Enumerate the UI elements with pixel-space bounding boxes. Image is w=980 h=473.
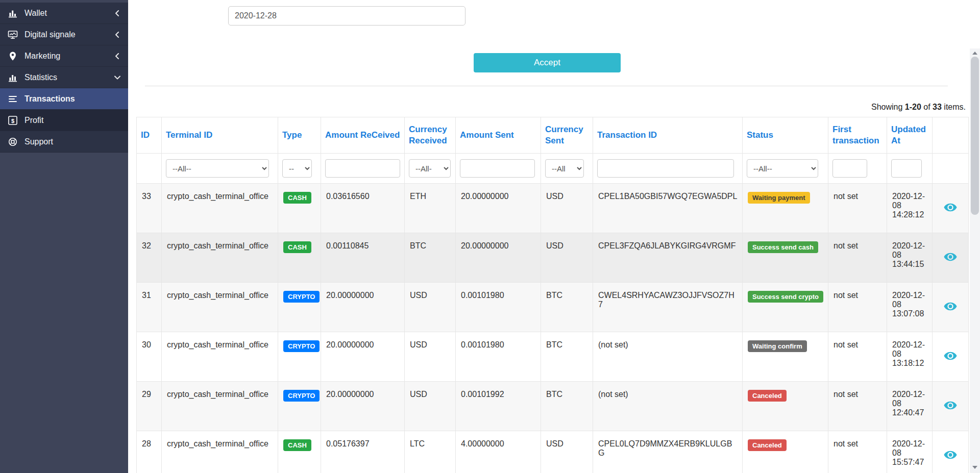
amount-sent-filter[interactable]	[460, 159, 535, 178]
scrollbar-thumb[interactable]	[971, 57, 979, 215]
cell-first-transaction: not set	[828, 431, 887, 473]
chevron-left-icon	[114, 10, 121, 17]
cell-first-transaction: not set	[828, 184, 887, 233]
cell-terminal-id: crypto_cash_terminal_office	[162, 283, 278, 332]
cell-amount-received: 20.00000000	[321, 382, 405, 431]
cell-updated-at: 2020-12-08 13:18:12	[887, 332, 933, 382]
app-root: WalletDigital signaleMarketingStatistics…	[0, 0, 980, 473]
cell-status: Success send crypto	[743, 283, 828, 332]
cell-currency-received: ETH	[405, 184, 456, 233]
date-input[interactable]	[228, 6, 465, 26]
column-sort-link[interactable]: Status	[747, 130, 773, 140]
cell-actions	[933, 431, 969, 473]
cell-type: CRYPTO	[278, 283, 321, 332]
column-sort-link[interactable]: ID	[141, 130, 150, 140]
cell-terminal-id: crypto_cash_terminal_office	[162, 382, 278, 431]
cell-terminal-id: crypto_cash_terminal_office	[162, 431, 278, 473]
column-sort-link[interactable]: Currency Sent	[545, 125, 583, 145]
updated-at-filter[interactable]	[891, 159, 922, 178]
marker-icon	[7, 51, 18, 62]
column-header-type: Type	[278, 117, 321, 154]
cell-transaction-id: CPEL1BA50GBI57WGQ7EGWA5DPL	[593, 184, 743, 233]
transaction-row-33: 33crypto_cash_terminal_officeCASH0.03616…	[137, 184, 969, 233]
scrollbar-down-icon[interactable]	[970, 463, 980, 472]
type-badge: CASH	[283, 241, 311, 253]
terminal-id-filter[interactable]: --All--	[166, 159, 269, 178]
sidebar-item-label: Statistics	[24, 73, 114, 82]
cell-currency-received: USD	[405, 332, 456, 382]
currency-sent-filter[interactable]: --All	[545, 159, 584, 178]
cell-actions	[933, 233, 969, 283]
sidebar-item-transactions[interactable]: Transactions	[0, 88, 128, 110]
view-transaction-eye-icon[interactable]	[944, 401, 957, 410]
accept-button[interactable]: Accept	[474, 53, 621, 72]
cell-id: 28	[137, 431, 162, 473]
cell-currency-sent: BTC	[541, 283, 593, 332]
column-header-updated-at: Updated At	[887, 117, 933, 154]
cell-first-transaction: not set	[828, 332, 887, 382]
cell-currency-received: USD	[405, 283, 456, 332]
cell-transaction-id: CWEL4SRHYACAWZ3OJJFVSOZ7H7	[593, 283, 743, 332]
transaction-row-29: 29crypto_cash_terminal_officeCRYPTO20.00…	[137, 382, 969, 431]
sidebar-item-profit[interactable]: $Profit	[0, 110, 128, 131]
column-sort-link[interactable]: Updated At	[891, 125, 926, 145]
status-filter[interactable]: --All--	[747, 159, 818, 178]
cell-status: Success send cash	[743, 233, 828, 283]
cell-currency-sent: USD	[541, 184, 593, 233]
vertical-scrollbar[interactable]	[970, 48, 980, 473]
view-transaction-eye-icon[interactable]	[944, 352, 957, 360]
cell-terminal-id: crypto_cash_terminal_office	[162, 332, 278, 382]
summary-range: 1-20	[905, 103, 921, 111]
cell-status: Canceled	[743, 431, 828, 473]
cell-terminal-id: crypto_cash_terminal_office	[162, 233, 278, 283]
cell-updated-at: 2020-12-08 13:44:15	[887, 233, 933, 283]
view-transaction-eye-icon[interactable]	[944, 203, 957, 212]
column-sort-link[interactable]: Type	[282, 130, 302, 140]
column-sort-link[interactable]: Amount ReCeived	[325, 130, 400, 140]
cell-amount-sent: 20.00000000	[456, 233, 541, 283]
view-transaction-eye-icon[interactable]	[944, 253, 957, 261]
svg-text:$: $	[11, 117, 14, 123]
column-sort-link[interactable]: First transaction	[832, 125, 879, 145]
sidebar-item-support[interactable]: Support	[0, 131, 128, 153]
cell-transaction-id: (not set)	[593, 332, 743, 382]
cell-type: CRYPTO	[278, 382, 321, 431]
column-sort-link[interactable]: Currency Received	[409, 125, 447, 145]
column-header-currency-sent: Currency Sent	[541, 117, 593, 154]
cell-currency-received: USD	[405, 382, 456, 431]
cell-amount-received: 0.03616560	[321, 184, 405, 233]
first-transaction-filter[interactable]	[832, 159, 867, 178]
view-transaction-eye-icon[interactable]	[944, 451, 957, 459]
accept-row: Accept	[136, 53, 958, 72]
table-filter-row: --All-- -- --All-	[137, 154, 969, 184]
cell-transaction-id: (not set)	[593, 382, 743, 431]
cell-id: 30	[137, 332, 162, 382]
filter-cell-updated-at	[887, 154, 933, 184]
type-filter[interactable]: --	[282, 159, 312, 178]
cell-currency-sent: USD	[541, 233, 593, 283]
cell-type: CRYPTO	[278, 332, 321, 382]
cell-type: CASH	[278, 233, 321, 283]
column-header-amount-received: Amount ReCeived	[321, 117, 405, 154]
status-badge: Success send cash	[748, 241, 818, 253]
sidebar-item-wallet[interactable]: Wallet	[0, 3, 128, 24]
cell-currency-sent: BTC	[541, 332, 593, 382]
transaction-row-28: 28crypto_cash_terminal_officeCASH0.05176…	[137, 431, 969, 473]
currency-received-filter[interactable]: --All-	[409, 159, 451, 178]
column-sort-link[interactable]: Transaction ID	[597, 130, 657, 140]
view-transaction-eye-icon[interactable]	[944, 302, 957, 311]
sidebar-item-marketing[interactable]: Marketing	[0, 45, 128, 67]
sidebar-item-statistics[interactable]: Statistics	[0, 67, 128, 88]
column-sort-link[interactable]: Amount Sent	[460, 130, 514, 140]
transaction-id-filter[interactable]	[597, 159, 734, 178]
cell-id: 31	[137, 283, 162, 332]
sidebar-item-label: Marketing	[24, 52, 114, 61]
cell-id: 29	[137, 382, 162, 431]
sidebar-item-digital-signale[interactable]: Digital signale	[0, 24, 128, 45]
amount-received-filter[interactable]	[325, 159, 400, 178]
cell-status: Waiting payment	[743, 184, 828, 233]
status-badge: Canceled	[748, 390, 787, 402]
cell-type: CASH	[278, 431, 321, 473]
cell-currency-sent: USD	[541, 431, 593, 473]
column-sort-link[interactable]: Terminal ID	[166, 130, 212, 140]
